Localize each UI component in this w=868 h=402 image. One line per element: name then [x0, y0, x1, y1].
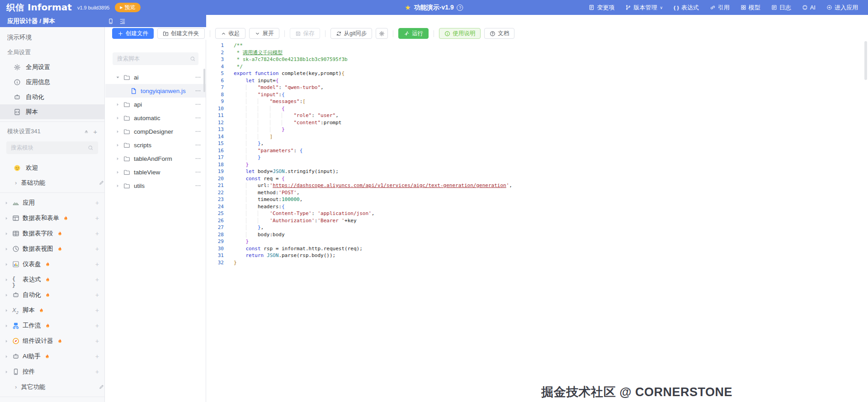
sidebar-item-workflow[interactable]: 工作流+ [0, 318, 104, 333]
code-line[interactable]: 24 headers:{ [207, 203, 868, 210]
more-actions-icon[interactable] [195, 169, 201, 175]
code-editor[interactable]: 1/**2 * 调用通义千问模型3 * sk-a7c7824c0c0e42138… [207, 40, 868, 402]
sidebar-item-expression[interactable]: { }表达式+ [0, 272, 104, 287]
sidebar-item-app-info[interactable]: 应用信息 [0, 75, 104, 89]
plus-icon[interactable]: + [95, 245, 99, 252]
sidebar-item-table-and-form[interactable]: 数据表和表单+ [0, 210, 104, 226]
code-line[interactable]: 23 timeout:100000, [207, 196, 868, 203]
tree-folder-tableView[interactable]: tableView [105, 165, 206, 179]
code-line[interactable]: 32} [207, 259, 868, 266]
code-line[interactable]: 17 } [207, 154, 868, 161]
code-line[interactable]: 20 const req = { [207, 175, 868, 182]
tree-folder-utils[interactable]: utils [105, 179, 206, 192]
plus-icon[interactable]: + [93, 128, 97, 135]
code-line[interactable]: 18 } [207, 161, 868, 168]
more-actions-icon[interactable] [195, 182, 201, 189]
sidebar-item-widgets[interactable]: 控件+ [0, 364, 104, 379]
more-actions-icon[interactable] [195, 88, 201, 94]
code-line[interactable]: 1/** [207, 42, 868, 49]
code-line[interactable]: 16 "parameters": { [207, 147, 868, 154]
plus-icon[interactable]: + [95, 307, 99, 314]
code-line[interactable]: 5export function complete(key,prompt){ [207, 70, 868, 77]
code-line[interactable]: 3 * sk-a7c7824c0c0e42138b1cb3c907595f3b [207, 56, 868, 63]
preview-button[interactable]: ▶ 预览 [115, 3, 140, 12]
topbar-menu-changes[interactable]: 变更项 [589, 4, 614, 12]
topbar-menu-enter-app[interactable]: 进入应用 [826, 4, 858, 12]
sidebar-item-automation[interactable]: 自动化 [0, 89, 104, 104]
sidebar-item-script[interactable]: 脚本 [0, 104, 104, 119]
save-button[interactable]: 保存 [290, 28, 320, 39]
topbar-menu-expression[interactable]: { }表达式 [674, 4, 699, 12]
code-line[interactable]: 8 "input":{ [207, 91, 868, 98]
sidebar-item-welcome[interactable]: 欢迎 [0, 160, 104, 175]
code-line[interactable]: 10 { [207, 105, 868, 112]
sidebar-item-ai-assistant[interactable]: AI助手+ [0, 349, 104, 364]
code-line[interactable]: 25 'Content-Type': 'application/json', [207, 210, 868, 217]
tree-folder-ai[interactable]: ai [105, 70, 206, 84]
plus-icon[interactable]: + [95, 215, 99, 222]
more-actions-icon[interactable] [195, 115, 201, 121]
script-search-input[interactable] [117, 56, 190, 62]
code-line[interactable]: 6 let input={ [207, 77, 868, 84]
code-line[interactable]: 22 method:'POST', [207, 189, 868, 196]
code-line[interactable]: 26 'Authorization':'Bearer '+key [207, 217, 868, 224]
docs-button[interactable]: 文档 [484, 28, 514, 39]
collapse-button[interactable]: 收起 [215, 28, 245, 39]
code-line[interactable]: 31 return JSON.parse(rsp.body()); [207, 252, 868, 259]
more-actions-icon[interactable] [195, 101, 201, 108]
sidebar-item-table-views[interactable]: 数据表视图+ [0, 241, 104, 257]
git-sync-button[interactable]: 从git同步 [330, 28, 373, 39]
plus-icon[interactable]: + [95, 261, 99, 268]
tree-folder-compDesigner[interactable]: compDesigner [105, 125, 206, 138]
topbar-menu-log[interactable]: 日志 [771, 4, 791, 12]
sidebar-item-automation-module[interactable]: 自动化+ [0, 287, 104, 303]
topbar-menu-model[interactable]: 模型 [741, 4, 760, 12]
help-icon[interactable]: ? [457, 5, 463, 11]
code-line[interactable]: 30 const rsp = informat.http.request(req… [207, 245, 868, 252]
code-line[interactable]: 13 } [207, 126, 868, 133]
sidebar-item-other-functions[interactable]: ›其它功能 [0, 379, 104, 394]
tree-folder-automatic[interactable]: automatic [105, 111, 206, 125]
module-search-input[interactable] [11, 145, 88, 151]
editor-scrollbar[interactable] [864, 41, 867, 80]
code-line[interactable]: 2 * 调用通义千问模型 [207, 49, 868, 56]
code-line[interactable]: 15 }, [207, 140, 868, 147]
expand-button[interactable]: 展开 [249, 28, 279, 39]
sidebar-item-form-designer[interactable]: 表单设计器+ [0, 399, 104, 402]
plus-icon[interactable]: + [95, 368, 99, 375]
sidebar-item-dashboard[interactable]: 仪表盘+ [0, 257, 104, 272]
tree-folder-tableAndForm[interactable]: tableAndForm [105, 152, 206, 165]
more-actions-icon[interactable] [195, 142, 201, 148]
code-line[interactable]: 12 "content":prompt [207, 119, 868, 126]
code-line[interactable]: 7 "model": "qwen-turbo", [207, 84, 868, 91]
eject-icon[interactable] [84, 129, 89, 134]
code-line[interactable]: 19 let body=JSON.stringify(input); [207, 168, 868, 175]
more-actions-icon[interactable] [195, 155, 201, 162]
code-line[interactable]: 11 "role": "user", [207, 112, 868, 119]
code-line[interactable]: 28 body:body [207, 231, 868, 238]
code-line[interactable]: 21 url:'https://dashscope.aliyuncs.com/a… [207, 182, 868, 189]
plus-icon[interactable]: + [95, 322, 99, 329]
create-folder-button[interactable]: 创建文件夹 [157, 28, 205, 39]
sidebar-item-component-designer[interactable]: 组件设计器+ [0, 333, 104, 349]
run-button[interactable]: 运行 [398, 28, 429, 39]
tree-folder-api[interactable]: api [105, 98, 206, 111]
topbar-menu-reference[interactable]: 引用 [710, 4, 730, 12]
plus-icon[interactable]: + [95, 291, 99, 299]
sidebar-item-app[interactable]: 应用+ [0, 195, 104, 210]
plus-icon[interactable]: + [95, 199, 99, 206]
tree-file-tongyiqianwen[interactable]: tongyiqianwen.js [105, 84, 206, 98]
usage-guide-button[interactable]: 使用说明 [439, 28, 481, 39]
code-line[interactable]: 4 */ [207, 63, 868, 70]
more-actions-icon[interactable] [195, 74, 201, 80]
topbar-menu-version-control[interactable]: 版本管理∨ [625, 4, 663, 12]
collapse-panel-icon[interactable] [119, 18, 126, 24]
sidebar-item-global-settings[interactable]: 全局设置 [0, 60, 104, 75]
plus-icon[interactable]: + [95, 276, 99, 283]
settings-button[interactable] [376, 28, 388, 39]
mobile-preview-icon[interactable] [108, 18, 114, 24]
tree-scrollbar[interactable] [203, 69, 205, 92]
code-line[interactable]: 14 ] [207, 133, 868, 140]
tree-folder-scripts[interactable]: scripts [105, 138, 206, 152]
more-actions-icon[interactable] [195, 128, 201, 135]
